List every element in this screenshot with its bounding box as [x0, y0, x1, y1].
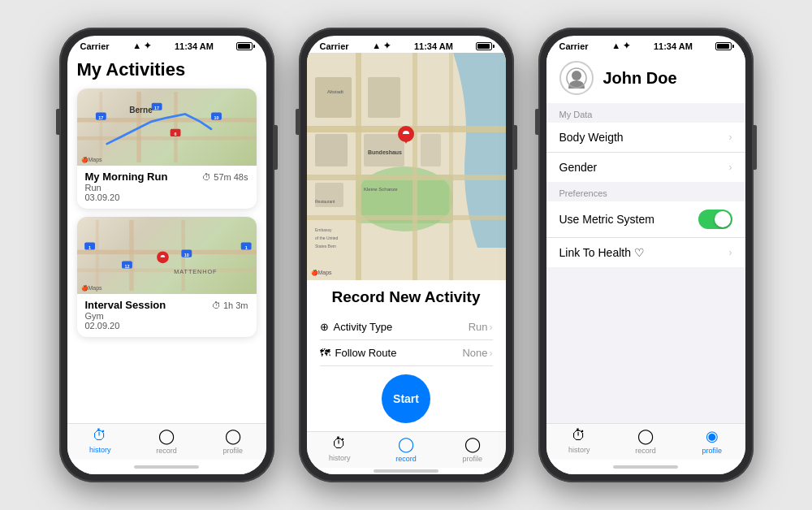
tab-label-history-1: history — [89, 446, 111, 454]
clock-icon-1: ⏱ — [202, 172, 211, 182]
profile-content: John Doe My Data Body Weigth › Gender › — [546, 53, 745, 423]
svg-text:States Bern: States Bern — [315, 244, 336, 249]
record-title: Record New Activity — [320, 288, 493, 306]
svg-rect-38 — [412, 53, 417, 280]
carrier-2: Carrier — [320, 41, 349, 51]
tab-record-2[interactable]: ◯ record — [373, 435, 439, 463]
tab-label-record-1: record — [156, 447, 177, 455]
map-bg-2: 1 12 10 1 MATTENHOF 🍎Maps — [77, 217, 257, 294]
svg-text:Restaurant: Restaurant — [315, 199, 335, 204]
follow-route-right: None › — [462, 347, 492, 359]
wifi-icon-3: ▲ ✦ — [611, 41, 630, 51]
svg-rect-36 — [307, 215, 506, 220]
time-1: 11:34 AM — [175, 41, 214, 51]
activity-type-label: Activity Type — [334, 321, 393, 333]
svg-text:Berne: Berne — [129, 106, 153, 115]
tab-profile-3[interactable]: ◉ profile — [679, 427, 745, 455]
tab-label-profile-1: profile — [222, 447, 243, 455]
maps-logo-1: 🍎Maps — [81, 157, 102, 163]
activity-type-right: Run › — [469, 321, 493, 333]
record-map: Altstadt Bundeshaus Kleine Schanze Resta… — [307, 53, 506, 280]
tab-label-history-2: history — [329, 454, 351, 462]
follow-route-label: Follow Route — [335, 347, 397, 359]
svg-rect-39 — [449, 53, 453, 280]
svg-rect-2 — [174, 92, 178, 162]
screen-1: My Activities — [67, 53, 266, 474]
chevron-activity-icon: › — [490, 322, 493, 333]
tab-history-2[interactable]: ⏱ history — [307, 435, 374, 463]
metric-system-label: Use Metric System — [559, 213, 654, 226]
activity-card-1[interactable]: 17 17 10 6 Berne 🍎Maps — [77, 89, 257, 209]
profile-icon-2: ◯ — [464, 435, 481, 453]
time-2: 11:34 AM — [414, 41, 453, 51]
chevron-gender-icon: › — [729, 162, 732, 173]
gender-label: Gender — [559, 161, 598, 174]
tab-history-1[interactable]: ⏱ history — [67, 427, 134, 455]
maps-logo-3: 🍎Maps — [311, 270, 332, 276]
svg-text:10: 10 — [214, 115, 218, 120]
activity-name-2: Interval Session — [85, 299, 166, 311]
activity-type-icon: ⊕ — [320, 321, 329, 333]
svg-rect-4 — [99, 92, 102, 162]
chevron-route-icon: › — [490, 348, 493, 359]
maps-logo-2: 🍎Maps — [81, 285, 102, 292]
activity-type-left: ⊕ Activity Type — [320, 321, 393, 333]
activity-card-2[interactable]: 1 12 10 1 MATTENHOF 🍎Maps — [77, 217, 257, 337]
home-indicator-1 — [67, 460, 266, 474]
svg-rect-37 — [356, 53, 361, 280]
profile-icon-3: ◉ — [706, 427, 719, 445]
history-icon-3: ⏱ — [572, 427, 586, 444]
gender-row[interactable]: Gender › — [546, 153, 745, 182]
wifi-icon-1: ▲ ✦ — [132, 41, 151, 51]
activity-map-1: 17 17 10 6 Berne 🍎Maps — [77, 89, 257, 166]
activity-type-option[interactable]: ⊕ Activity Type Run › — [320, 314, 493, 340]
preferences-group: Use Metric System Link To Health ♡ › — [546, 201, 745, 267]
activity-info-2: Interval Session ⏱ 1h 3m Gym 02.09.20 — [77, 294, 257, 337]
svg-rect-15 — [129, 220, 134, 291]
tab-record-1[interactable]: ◯ record — [133, 427, 200, 455]
activities-list: My Activities — [67, 53, 266, 423]
start-button-wrap: Start — [320, 374, 493, 423]
start-button[interactable]: Start — [382, 374, 430, 423]
svg-text:of the United: of the United — [315, 236, 339, 240]
follow-route-option[interactable]: 🗺 Follow Route None › — [320, 340, 493, 366]
tab-history-3[interactable]: ⏱ history — [546, 427, 613, 455]
body-weight-label: Body Weigth — [559, 131, 624, 144]
svg-text:Bundeshaus: Bundeshaus — [368, 149, 402, 155]
preferences-header: Preferences — [546, 182, 745, 201]
activity-date-1: 03.09.20 — [85, 192, 248, 202]
svg-text:Altstadt: Altstadt — [327, 89, 343, 94]
home-indicator-2 — [307, 468, 506, 474]
svg-point-56 — [572, 71, 581, 80]
record-icon-3: ◯ — [637, 427, 654, 445]
metric-system-right — [698, 210, 732, 229]
activity-type-1: Run — [85, 183, 248, 192]
clock-icon-2: ⏱ — [212, 300, 221, 310]
metric-toggle[interactable] — [698, 210, 732, 229]
tab-bar-1: ⏱ history ◯ record ◯ profile — [67, 423, 266, 460]
svg-rect-3 — [77, 136, 257, 140]
tab-label-record-3: record — [635, 447, 656, 455]
activity-type-2: Gym — [85, 311, 248, 321]
profile-header: John Doe — [546, 53, 745, 103]
link-health-label: Link To Health ♡ — [559, 246, 645, 259]
phone-2: Carrier ▲ ✦ 11:34 AM — [299, 28, 514, 482]
activity-duration-2: ⏱ 1h 3m — [212, 300, 248, 310]
body-weight-row[interactable]: Body Weigth › — [546, 123, 745, 153]
svg-rect-35 — [307, 175, 506, 180]
avatar — [559, 61, 594, 95]
follow-route-value: None — [462, 347, 487, 359]
tab-label-record-2: record — [395, 455, 417, 463]
battery-icon-2 — [476, 42, 492, 50]
wifi-icon-2: ▲ ✦ — [372, 41, 391, 51]
svg-text:10: 10 — [184, 253, 188, 257]
tab-profile-2[interactable]: ◯ profile — [439, 435, 506, 463]
follow-route-left: 🗺 Follow Route — [320, 347, 397, 359]
tab-record-3[interactable]: ◯ record — [612, 427, 679, 455]
tab-label-profile-3: profile — [702, 447, 722, 455]
tab-profile-1[interactable]: ◯ profile — [200, 427, 266, 455]
tab-bar-2: ⏱ history ◯ record ◯ profile — [307, 431, 506, 468]
metric-system-row[interactable]: Use Metric System — [546, 201, 745, 238]
link-health-row[interactable]: Link To Health ♡ › — [546, 238, 745, 267]
body-weight-right: › — [729, 132, 732, 143]
